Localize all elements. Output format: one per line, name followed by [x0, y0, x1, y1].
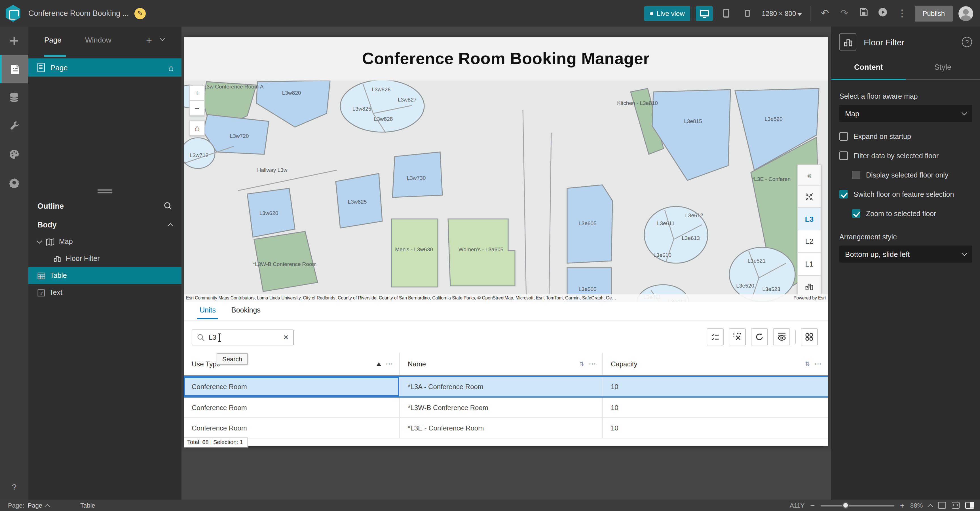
- zoom-out-button[interactable]: −: [189, 100, 205, 116]
- tab-bookings[interactable]: Bookings: [231, 306, 261, 314]
- floor-room-shape[interactable]: [729, 247, 795, 302]
- fit-width-button[interactable]: [951, 502, 959, 509]
- floor-button-l3[interactable]: L3: [797, 208, 821, 230]
- table-cell[interactable]: 10: [603, 418, 828, 438]
- column-menu-icon[interactable]: ⋯: [386, 360, 394, 368]
- table-cell[interactable]: 10: [603, 377, 828, 396]
- resolution-dropdown[interactable]: 1280 × 800: [762, 10, 802, 17]
- more-menu-button[interactable]: ⋮: [895, 7, 909, 19]
- arrangement-style-dropdown[interactable]: Bottom up, slide left: [839, 245, 972, 263]
- building-levels-button[interactable]: [797, 275, 821, 297]
- help-button[interactable]: ?: [0, 482, 29, 492]
- tab-style[interactable]: Style: [906, 63, 980, 72]
- column-menu-icon[interactable]: ⋯: [815, 360, 822, 368]
- tablet-view-button[interactable]: [718, 6, 735, 21]
- save-button[interactable]: [857, 7, 870, 19]
- column-header-name[interactable]: Name ⇅ ⋯: [400, 353, 603, 375]
- sidebar-item-text[interactable]: TText: [29, 284, 181, 301]
- column-header-use-type[interactable]: Use Type ⋯: [184, 353, 400, 375]
- a11y-button[interactable]: A11Y: [790, 502, 805, 509]
- publish-button[interactable]: Publish: [915, 5, 953, 21]
- phone-view-button[interactable]: [739, 6, 756, 21]
- checkbox-switch-floor-on-feature-selection[interactable]: [839, 190, 848, 199]
- redo-button[interactable]: ↷: [837, 7, 851, 19]
- desktop-view-button[interactable]: [696, 6, 713, 21]
- zoom-in-button[interactable]: +: [189, 85, 205, 100]
- edit-pencil-icon[interactable]: ✎: [134, 8, 146, 19]
- canvas-zoom-slider[interactable]: [821, 505, 894, 506]
- add-page-button[interactable]: +: [146, 35, 152, 46]
- tab-page[interactable]: Page: [44, 36, 62, 44]
- floor-room-shape[interactable]: [448, 219, 515, 286]
- column-header-capacity[interactable]: Capacity ⇅ ⋯: [603, 353, 828, 375]
- show-selection-button[interactable]: [706, 328, 724, 345]
- play-preview-button[interactable]: [876, 7, 889, 19]
- table-row[interactable]: Conference Room*L3W-B Conference Room10: [184, 398, 828, 418]
- chevron-up-icon[interactable]: [168, 223, 173, 229]
- floor-room-shape[interactable]: [393, 152, 442, 197]
- chevron-up-icon[interactable]: [45, 504, 51, 509]
- table-row[interactable]: Conference Room*L3A - Conference Room10: [184, 376, 828, 398]
- sidebar-item-table[interactable]: Table: [29, 267, 181, 284]
- zoom-to-floor-button[interactable]: [797, 186, 821, 208]
- insert-widget-button[interactable]: [0, 27, 29, 55]
- clear-selection-button[interactable]: [729, 328, 746, 345]
- table-search-input[interactable]: L3 ✕: [192, 330, 294, 345]
- tools-panel-button[interactable]: [0, 112, 29, 140]
- map-home-button[interactable]: ⌂: [189, 120, 205, 135]
- page-list-item[interactable]: Page ⌂: [29, 59, 181, 76]
- user-avatar[interactable]: [958, 6, 973, 21]
- show-hide-columns-button[interactable]: [773, 328, 790, 345]
- actions-button[interactable]: [801, 328, 818, 345]
- theme-panel-button[interactable]: [0, 140, 29, 169]
- floor-room-shape[interactable]: [652, 90, 730, 180]
- clear-search-button[interactable]: ✕: [283, 333, 289, 341]
- table-row[interactable]: Conference Room*L3E - Conference Room10: [184, 418, 828, 438]
- fit-to-screen-button[interactable]: [938, 502, 946, 509]
- help-icon[interactable]: ?: [962, 37, 972, 47]
- column-menu-icon[interactable]: ⋯: [589, 360, 597, 368]
- tab-window[interactable]: Window: [85, 36, 111, 44]
- chevron-down-icon[interactable]: [160, 35, 165, 41]
- floor-button-l1[interactable]: L1: [797, 253, 821, 275]
- sidebar-item-map[interactable]: Map: [29, 233, 181, 250]
- table-cell[interactable]: *L3A - Conference Room: [400, 377, 603, 396]
- floor-room-shape[interactable]: [391, 219, 438, 287]
- checkbox-filter-data-by-selected-floor[interactable]: [839, 151, 848, 160]
- tab-units[interactable]: Units: [200, 306, 216, 314]
- table-cell[interactable]: 10: [603, 398, 828, 417]
- floor-plan-map[interactable]: *L3w Conference Room AL3w820L3w826L3w827…: [184, 81, 828, 302]
- data-panel-button[interactable]: [0, 83, 29, 112]
- table-cell[interactable]: *L3E - Conference Room: [400, 418, 603, 438]
- live-view-button[interactable]: Live view: [644, 6, 690, 21]
- outline-resize-handle[interactable]: [97, 189, 112, 193]
- checkbox-expand-on-startup[interactable]: [839, 132, 848, 141]
- app-title-bar: Conference Room Booking Manager: [184, 37, 828, 81]
- table-cell[interactable]: *L3W-B Conference Room: [400, 398, 603, 417]
- search-icon[interactable]: [163, 201, 172, 210]
- sidebar-item-floor-filter[interactable]: Floor Filter: [29, 250, 181, 267]
- floor-room-shape[interactable]: [256, 81, 330, 127]
- map-attribution: Esri Community Maps Contributors, Loma L…: [184, 295, 828, 302]
- table-cell[interactable]: Conference Room: [184, 398, 400, 417]
- collapse-floor-filter-button[interactable]: «: [797, 164, 821, 186]
- checkbox-display-selected-floor-only[interactable]: [852, 171, 860, 179]
- undo-button[interactable]: ↶: [818, 7, 832, 19]
- tab-content[interactable]: Content: [831, 63, 906, 72]
- zoom-out-canvas-button[interactable]: −: [810, 501, 815, 510]
- page-panel-button[interactable]: [0, 55, 29, 83]
- zoom-in-canvas-button[interactable]: +: [900, 501, 905, 510]
- floor-button-l2[interactable]: L2: [797, 230, 821, 253]
- experience-builder-logo-icon[interactable]: [5, 5, 22, 22]
- chevron-down-icon[interactable]: [37, 238, 42, 244]
- chevron-up-icon[interactable]: [928, 504, 933, 509]
- slider-handle[interactable]: [842, 501, 849, 508]
- settings-panel-button[interactable]: [0, 169, 29, 197]
- map-select-dropdown[interactable]: Map: [839, 105, 972, 122]
- table-cell[interactable]: Conference Room: [184, 418, 400, 438]
- toggle-right-panel-button[interactable]: [965, 502, 974, 509]
- refresh-button[interactable]: [751, 328, 768, 345]
- table-cell[interactable]: Conference Room: [184, 377, 400, 396]
- page-selector[interactable]: Page: [28, 502, 42, 509]
- checkbox-zoom-to-selected-floor[interactable]: [852, 209, 860, 218]
